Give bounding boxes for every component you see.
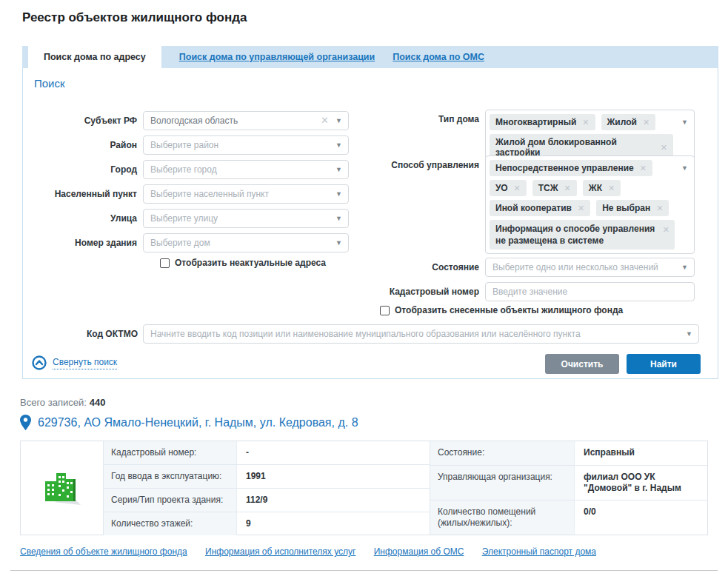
chevron-down-icon[interactable]: ▼ (335, 161, 342, 179)
table-row: Управляющая организация: филиал ООО УК "… (430, 466, 707, 501)
street-placeholder: Выберите улицу (144, 210, 348, 227)
row-value: Исправный (575, 441, 707, 465)
row-label: Год ввода в эксплуатацию: (104, 465, 237, 488)
link-oms-info[interactable]: Информация об ОМС (374, 546, 464, 557)
collapse-up-icon (32, 355, 47, 370)
remove-tag-icon[interactable]: ✕ (564, 184, 571, 193)
page-title: Реестр объектов жилищного фонда (22, 10, 247, 25)
city-select[interactable]: Выберите город ▼ (143, 160, 349, 179)
chevron-down-icon[interactable]: ▼ (335, 185, 342, 204)
tab-search-by-address[interactable]: Поиск дома по адресу (28, 46, 161, 68)
registry-page: Реестр объектов жилищного фонда Поиск до… (0, 0, 728, 579)
building-select[interactable]: Выберите дом ▼ (143, 233, 349, 252)
district-select[interactable]: Выберите район ▼ (143, 135, 349, 155)
tab-search-by-oms[interactable]: Поиск дома по ОМС (393, 46, 484, 68)
show-demolished-checkbox-row[interactable]: Отобразить снесенные объекты жилищного ф… (380, 305, 623, 315)
cadastral-input[interactable]: Введите значение (485, 282, 695, 301)
chevron-down-icon[interactable]: ▼ (681, 113, 688, 132)
tag-label: Жилой (607, 117, 637, 127)
row-label: Количество этажей: (104, 512, 237, 535)
clear-subject-icon[interactable]: ✕ (321, 112, 329, 130)
chevron-down-icon[interactable]: ▼ (335, 136, 342, 155)
settlement-label: Населенный пункт (23, 184, 143, 204)
tag-chip: Многоквартирный✕ (490, 114, 595, 130)
remove-tag-icon[interactable]: ✕ (608, 184, 615, 193)
chevron-down-icon[interactable]: ▼ (686, 325, 692, 344)
tag-label: УО (495, 183, 508, 193)
tag-chip: Жилой✕ (601, 114, 656, 130)
subject-select[interactable]: Вологодская область ✕ ▼ (143, 111, 349, 130)
total-records-value: 440 (90, 397, 106, 408)
remove-tag-icon[interactable]: ✕ (582, 118, 589, 127)
street-label: Улица (23, 209, 143, 228)
chevron-down-icon[interactable]: ▼ (335, 234, 342, 252)
clear-button[interactable]: Очистить (545, 354, 619, 374)
building-placeholder: Выберите дом (144, 234, 348, 252)
city-label: Город (23, 160, 143, 179)
show-inactive-checkbox-row[interactable]: Отобразить неактуальные адреса (160, 258, 326, 268)
details-left-block: Кадастровый номер: - Год ввода в эксплуа… (104, 441, 430, 535)
result-address-text: 629736, АО Ямало-Ненецкий, г. Надым, ул.… (38, 416, 358, 429)
remove-tag-icon[interactable]: ✕ (578, 204, 584, 213)
management-multiselect[interactable]: Непосредственное управление✕ УО✕ ТСЖ✕ ЖК… (485, 155, 695, 254)
show-demolished-label: Отобразить снесенные объекты жилищного ф… (395, 305, 623, 315)
tag-chip: Информация о способе управления не разме… (490, 220, 675, 250)
show-inactive-checkbox[interactable] (160, 258, 170, 268)
chevron-down-icon[interactable]: ▼ (681, 258, 688, 277)
city-placeholder: Выберите город (144, 161, 348, 178)
bottom-divider (10, 570, 718, 571)
table-row: Количество помещений (жилых/нежилых): 0/… (430, 501, 707, 535)
management-label: Способ управления (373, 155, 485, 254)
remove-tag-icon[interactable]: ✕ (643, 118, 649, 127)
tag-label: Многоквартирный (495, 117, 576, 127)
show-inactive-label: Отобразить неактуальные адреса (175, 258, 326, 268)
cadastral-label: Кадастровый номер (373, 282, 485, 301)
total-records-label: Всего записей: (20, 397, 87, 408)
link-service-providers[interactable]: Информация об исполнителях услуг (205, 546, 355, 557)
row-value: 1991 (237, 465, 430, 488)
tag-label: Информация о способе управления не разме… (495, 224, 655, 246)
tag-chip: ТСЖ✕ (532, 180, 577, 196)
remove-tag-icon[interactable]: ✕ (661, 143, 667, 153)
state-label: Состояние (373, 258, 485, 277)
chevron-down-icon[interactable]: ▼ (335, 210, 342, 228)
remove-tag-icon[interactable]: ✕ (663, 224, 669, 235)
tag-label: Не выбран (602, 203, 650, 213)
oktmo-input[interactable]: Начните вводить код позиции или наименов… (143, 324, 699, 344)
result-details-table: Кадастровый номер: - Год ввода в эксплуа… (20, 441, 708, 535)
chevron-down-icon[interactable]: ▼ (681, 159, 688, 178)
link-electronic-passport[interactable]: Электронный паспорт дома (482, 546, 596, 557)
remove-tag-icon[interactable]: ✕ (656, 204, 663, 213)
table-row: Серия/Тип проекта здания: 112/9 (104, 489, 430, 512)
tag-label: Жилой дом блокированной застройки (495, 137, 655, 158)
chevron-down-icon[interactable]: ▼ (335, 112, 342, 130)
tab-search-by-organization[interactable]: Поиск дома по управляющей организации (179, 46, 375, 68)
state-select[interactable]: Выберите одно или несколько значений ▼ (485, 258, 695, 277)
table-row: Количество этажей: 9 (104, 512, 430, 535)
tag-label: ЖК (589, 183, 602, 193)
details-right-block: Состояние: Исправный Управляющая организ… (430, 441, 707, 535)
location-pin-icon (20, 415, 31, 430)
table-row: Кадастровый номер: - (104, 441, 430, 465)
building-icon (41, 469, 84, 506)
result-address-link[interactable]: 629736, АО Ямало-Ненецкий, г. Надым, ул.… (20, 415, 358, 430)
find-button[interactable]: Найти (627, 354, 701, 374)
cadastral-placeholder: Введите значение (486, 283, 694, 301)
object-links-row: Сведения об объекте жилищного фонда Инфо… (20, 546, 612, 557)
collapse-search-link[interactable]: Свернуть поиск (32, 355, 117, 370)
subject-label: Субъект РФ (23, 111, 143, 130)
table-row: Год ввода в эксплуатацию: 1991 (104, 465, 430, 489)
state-placeholder: Выберите одно или несколько значений (486, 258, 694, 276)
remove-tag-icon[interactable]: ✕ (640, 164, 647, 173)
tag-label: Непосредственное управление (495, 163, 634, 173)
row-value: 112/9 (237, 489, 430, 512)
row-label: Количество помещений (жилых/нежилых): (430, 501, 575, 535)
link-object-info[interactable]: Сведения об объекте жилищного фонда (20, 546, 187, 557)
total-records: Всего записей:440 (20, 397, 106, 408)
remove-tag-icon[interactable]: ✕ (514, 184, 521, 193)
building-label: Номер здания (23, 233, 143, 252)
settlement-select[interactable]: Выберите населенный пункт ▼ (143, 184, 349, 204)
oktmo-label: Код ОКТМО (23, 324, 138, 344)
show-demolished-checkbox[interactable] (380, 306, 390, 315)
street-select[interactable]: Выберите улицу ▼ (143, 209, 349, 228)
